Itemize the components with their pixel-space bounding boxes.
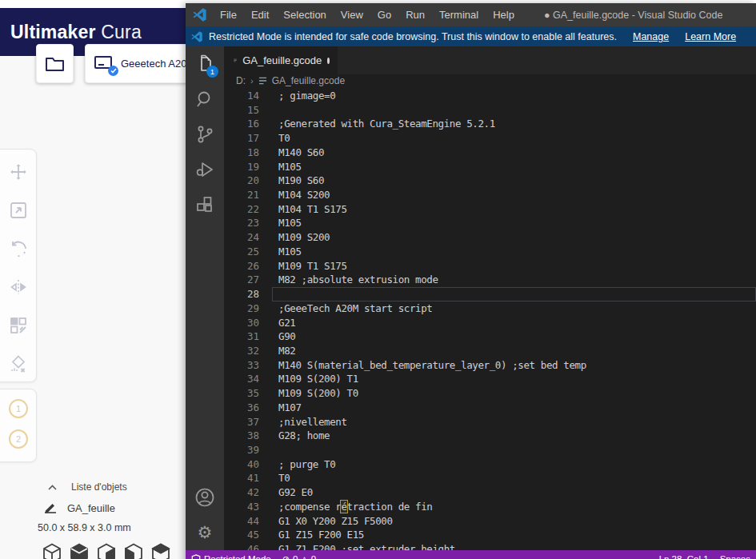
code-line[interactable]: 36M107 [224, 401, 756, 415]
code-line[interactable]: 33M140 S(material_bed_temperature_layer_… [224, 358, 756, 373]
line-number: 43 [224, 500, 259, 514]
scale-icon[interactable] [9, 201, 28, 220]
code-line[interactable]: 30G21 [224, 316, 756, 330]
restricted-mode-status[interactable]: Restricted Mode [186, 550, 277, 559]
line-text: M82 [278, 344, 295, 358]
account-icon [194, 487, 215, 508]
code-line[interactable]: 14; gimage=0 [224, 89, 756, 103]
breadcrumb[interactable]: D: › GA_feuille.gcode [224, 74, 756, 87]
line-text: ; purge T0 [278, 457, 335, 472]
extruder-1-button[interactable]: 1 [9, 399, 28, 418]
desktop-strip [0, 0, 189, 8]
restricted-mode-banner: Restricted Mode is intended for safe cod… [186, 26, 756, 46]
menu-help[interactable]: Help [486, 9, 522, 21]
cursor-position-status[interactable]: Ln 28, Col 1 [654, 550, 714, 559]
rotate-icon[interactable] [9, 239, 28, 258]
code-line[interactable]: 45G1 Z15 F200 E15 [224, 528, 756, 542]
mirror-icon[interactable] [9, 278, 28, 297]
code-line[interactable]: 29;GeeeTech A20M start script [224, 301, 756, 316]
activity-settings[interactable]: ⚙ [186, 515, 224, 550]
code-line[interactable]: 22M104 T1 S175 [224, 202, 756, 217]
object-list-header[interactable]: Liste d'objets [48, 481, 127, 493]
line-number: 26 [224, 259, 259, 274]
restricted-mode-label: Restricted Mode [204, 554, 271, 559]
activity-run-debug[interactable] [186, 152, 224, 187]
code-line[interactable]: 38G28; home [224, 429, 756, 443]
per-model-settings-icon[interactable] [9, 316, 28, 335]
menu-run[interactable]: Run [398, 9, 432, 21]
cube-icon[interactable] [124, 543, 143, 559]
code-line[interactable]: 37;nivellement [224, 415, 756, 429]
code-line[interactable]: 35M109 S(200) T0 [224, 386, 756, 401]
object-name: GA_feuille [67, 502, 115, 514]
tab-gcode-file[interactable]: GA_feuille.gcode [224, 46, 338, 74]
menu-terminal[interactable]: Terminal [432, 9, 486, 21]
line-text: M140 S60 [278, 146, 324, 160]
cube-icon[interactable] [42, 543, 62, 559]
support-blocker-icon[interactable] [9, 354, 28, 373]
code-line[interactable]: 46G1 Z1 F200 ;set extruder height [224, 542, 756, 550]
code-editor[interactable]: 14; gimage=01516;Generated with Cura_Ste… [224, 89, 756, 550]
menu-view[interactable]: View [334, 9, 370, 21]
code-line[interactable]: 17T0 [224, 131, 756, 146]
learn-more-link[interactable]: Learn More [685, 31, 736, 42]
indentation-status[interactable]: Spaces [714, 550, 756, 559]
activity-source-control[interactable] [186, 117, 224, 152]
problems-status[interactable]: ⊘ 0 △ 0 [277, 550, 322, 559]
move-icon[interactable] [9, 162, 28, 182]
code-line[interactable]: 20M190 S60 [224, 174, 756, 188]
code-line[interactable]: 44G1 X0 Y200 Z15 F5000 [224, 514, 756, 529]
cube-icon[interactable] [70, 543, 89, 559]
line-text: ;Generated with Cura_SteamEngine 5.2.1 [278, 117, 495, 131]
activity-account[interactable] [186, 480, 224, 515]
code-line[interactable]: 39 [224, 443, 756, 457]
cube-icon[interactable] [97, 543, 116, 559]
error-count: 0 [293, 554, 298, 559]
code-line[interactable]: 27M82 ;absolute extrusion mode [224, 273, 756, 287]
open-file-button[interactable] [36, 44, 74, 83]
code-line[interactable]: 32M82 [224, 344, 756, 358]
menu-selection[interactable]: Selection [276, 9, 333, 21]
extruder-2-button[interactable]: 2 [9, 429, 28, 449]
code-line[interactable]: 21M104 S200 [224, 188, 756, 202]
code-line[interactable]: 16;Generated with Cura_SteamEngine 5.2.1 [224, 117, 756, 131]
breadcrumb-file[interactable]: GA_feuille.gcode [272, 75, 345, 86]
code-line[interactable]: 15 [224, 103, 756, 118]
code-line[interactable]: 19M105 [224, 160, 756, 174]
code-line[interactable]: 41T0 [224, 471, 756, 485]
activity-search[interactable] [186, 82, 224, 117]
modified-dot-icon[interactable] [327, 58, 330, 64]
code-line[interactable]: 28 [224, 287, 756, 301]
code-line[interactable]: 31G90 [224, 329, 756, 344]
code-line[interactable]: 23M105 [224, 216, 756, 230]
code-line[interactable]: 26M109 T1 S175 [224, 259, 756, 274]
code-line[interactable]: 25M105 [224, 245, 756, 259]
line-number: 35 [224, 386, 259, 401]
code-line[interactable]: 43;compense rétraction de fin [224, 500, 756, 514]
menu-go[interactable]: Go [370, 9, 398, 21]
line-text: M109 S(200) T1 [278, 372, 358, 386]
menu-file[interactable]: File [213, 9, 244, 21]
line-number: 16 [224, 117, 259, 131]
object-list-item[interactable]: GA_feuille [44, 502, 115, 514]
line-number: 36 [224, 401, 259, 415]
breadcrumb-drive[interactable]: D: [236, 75, 246, 86]
manage-link[interactable]: Manage [633, 31, 669, 42]
code-line[interactable]: 24M109 S200 [224, 230, 756, 245]
line-text: G28; home [278, 429, 330, 443]
line-text: G90 [278, 329, 295, 344]
cube-icon[interactable] [151, 543, 170, 559]
vscode-logo-icon [191, 31, 202, 42]
activity-extensions[interactable] [186, 187, 224, 222]
line-text: M104 S200 [278, 188, 330, 202]
activity-explorer[interactable]: 1 [186, 46, 224, 82]
file-icon [258, 77, 267, 85]
object-dimensions: 50.0 x 58.9 x 3.0 mm [38, 522, 131, 533]
code-line[interactable]: 18M140 S60 [224, 146, 756, 160]
line-number: 32 [224, 344, 259, 358]
code-line[interactable]: 42G92 E0 [224, 485, 756, 500]
code-line[interactable]: 34M109 S(200) T1 [224, 372, 756, 386]
line-number: 25 [224, 245, 259, 259]
code-line[interactable]: 40; purge T0 [224, 457, 756, 472]
menu-edit[interactable]: Edit [244, 9, 276, 21]
